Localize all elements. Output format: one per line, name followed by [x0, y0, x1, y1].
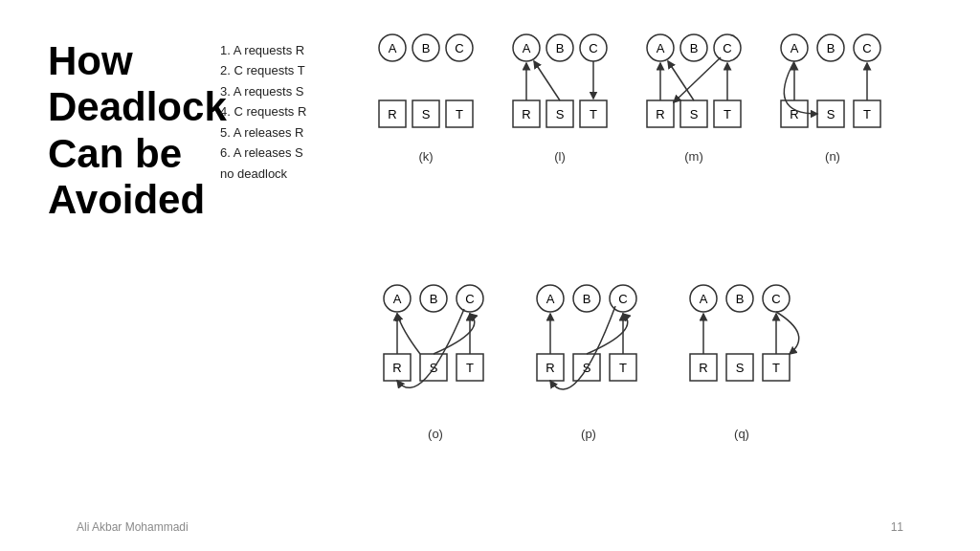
diagram-o-svg: A B C R S T — [373, 277, 498, 421]
svg-text:T: T — [466, 361, 474, 375]
diagram-l-label: (l) — [554, 149, 566, 164]
svg-text:S: S — [422, 107, 431, 121]
svg-text:B: B — [583, 292, 591, 306]
svg-text:T: T — [590, 107, 597, 121]
svg-text:C: C — [589, 41, 597, 55]
diagrams-top-row: A B C R S T (k) — [373, 29, 890, 164]
svg-text:R: R — [699, 361, 707, 375]
svg-text:T: T — [456, 107, 463, 121]
svg-text:A: A — [389, 41, 397, 55]
diagram-n: A B C R S T (n) — [775, 29, 890, 164]
diagram-q-svg: A B C R S T — [679, 277, 804, 421]
svg-text:C: C — [862, 41, 871, 55]
diagram-k-svg: A B C R S T — [373, 29, 479, 143]
svg-text:B: B — [827, 41, 835, 55]
diagram-k-label: (k) — [418, 149, 433, 164]
diagram-m-svg: A B C R S T — [641, 29, 746, 143]
svg-text:B: B — [556, 41, 565, 55]
footer: Ali Akbar Mohammadi 11 — [0, 520, 980, 534]
svg-text:T: T — [724, 107, 731, 121]
svg-text:R: R — [656, 107, 664, 121]
svg-text:R: R — [522, 107, 530, 121]
diagrams-bottom-row: A B C R S T — [373, 277, 804, 441]
svg-text:S: S — [690, 107, 699, 121]
diagram-n-svg: A B C R S T — [775, 29, 890, 143]
svg-text:A: A — [700, 292, 708, 306]
svg-text:A: A — [791, 41, 799, 55]
svg-text:S: S — [556, 107, 565, 121]
diagram-q-label: (q) — [734, 427, 749, 441]
svg-text:T: T — [772, 361, 780, 375]
diagram-n-label: (n) — [825, 149, 840, 164]
footer-page: 11 — [891, 520, 903, 534]
svg-text:R: R — [388, 107, 396, 121]
footer-author: Ali Akbar Mohammadi — [77, 520, 189, 534]
diagram-m-label: (m) — [684, 149, 703, 164]
svg-text:C: C — [723, 41, 731, 55]
svg-text:S: S — [736, 361, 745, 375]
svg-text:A: A — [523, 41, 531, 55]
svg-text:C: C — [618, 292, 627, 306]
slide: HowDeadlockCan beAvoided 1. A requests R… — [0, 0, 980, 551]
diagram-k: A B C R S T (k) — [373, 29, 479, 164]
diagram-p-svg: A B C R S T — [526, 277, 651, 421]
diagram-p: A B C R S T (p) — [526, 277, 651, 441]
diagram-o: A B C R S T — [373, 277, 498, 441]
svg-text:R: R — [392, 361, 401, 375]
svg-text:B: B — [430, 292, 438, 306]
diagram-m: A B C R S T (m) — [641, 29, 746, 164]
svg-text:R: R — [546, 361, 554, 375]
svg-text:A: A — [657, 41, 665, 55]
svg-text:B: B — [422, 41, 431, 55]
svg-text:T: T — [619, 361, 627, 375]
diagram-o-label: (o) — [428, 427, 443, 441]
svg-text:A: A — [546, 292, 555, 306]
svg-text:B: B — [690, 41, 699, 55]
slide-title: HowDeadlockCan beAvoided — [48, 38, 227, 223]
svg-text:T: T — [863, 107, 871, 121]
diagram-l-svg: A B C R S T — [507, 29, 612, 143]
svg-text:C: C — [465, 292, 474, 306]
diagram-l: A B C R S T (l) — [507, 29, 612, 164]
diagram-q: A B C R S T (q) — [679, 277, 804, 441]
diagram-p-label: (p) — [581, 427, 596, 441]
svg-text:C: C — [455, 41, 463, 55]
svg-text:S: S — [827, 107, 835, 121]
svg-text:C: C — [771, 292, 780, 306]
svg-line-26 — [534, 61, 560, 100]
steps-list: 1. A requests R 2. C requests T 3. A req… — [220, 40, 306, 184]
svg-text:A: A — [393, 292, 402, 306]
svg-text:B: B — [736, 292, 745, 306]
